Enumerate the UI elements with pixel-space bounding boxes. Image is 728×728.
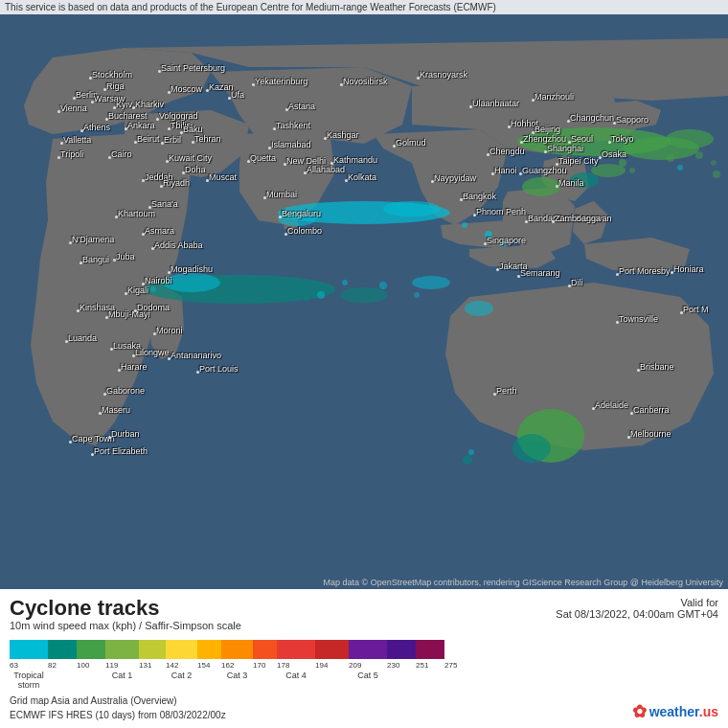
svg-point-7 bbox=[570, 172, 599, 188]
color-block bbox=[197, 640, 221, 659]
map-svg bbox=[0, 0, 728, 589]
color-category bbox=[77, 671, 105, 690]
color-block bbox=[277, 640, 315, 659]
color-row bbox=[10, 640, 457, 659]
legend-title: Cyclone tracks bbox=[10, 597, 241, 620]
svg-point-17 bbox=[500, 241, 506, 247]
color-number: 100 bbox=[77, 661, 105, 670]
notice-bar: This service is based on data and produc… bbox=[0, 0, 728, 14]
svg-point-13 bbox=[465, 301, 493, 316]
svg-point-15 bbox=[512, 434, 551, 463]
svg-point-33 bbox=[414, 292, 420, 298]
svg-point-11 bbox=[340, 287, 388, 303]
notice-text: This service is based on data and produc… bbox=[5, 2, 496, 12]
color-block bbox=[139, 640, 166, 659]
color-block bbox=[315, 640, 349, 659]
color-number: 119 bbox=[105, 661, 139, 670]
footer-info: Grid map Asia and Australia (Overview) E… bbox=[10, 694, 226, 722]
color-number: 209 bbox=[349, 661, 387, 670]
color-block bbox=[221, 640, 253, 659]
color-category bbox=[48, 671, 77, 690]
valid-date: Sat 08/13/2022, 04:00am GMT+04 bbox=[556, 608, 718, 620]
color-category: Cat 1 bbox=[105, 671, 139, 690]
color-category bbox=[253, 671, 277, 690]
color-number: 63 bbox=[10, 661, 48, 670]
color-category bbox=[387, 671, 416, 690]
color-number: 142 bbox=[166, 661, 197, 670]
legend-subtitle: 10m wind speed max (kph) / Saffir-Simpso… bbox=[10, 620, 241, 631]
svg-point-31 bbox=[304, 296, 309, 302]
svg-point-19 bbox=[317, 291, 325, 299]
color-category: Cat 3 bbox=[221, 671, 253, 690]
color-number: 230 bbox=[387, 661, 416, 670]
svg-point-30 bbox=[150, 286, 156, 292]
label-row: 6382100119131142154162170178194209230251… bbox=[10, 661, 457, 670]
color-block bbox=[416, 640, 444, 659]
color-category: Cat 4 bbox=[277, 671, 315, 690]
color-category: Cat 2 bbox=[166, 671, 197, 690]
color-number: 131 bbox=[139, 661, 166, 670]
color-category bbox=[197, 671, 221, 690]
svg-point-23 bbox=[619, 159, 626, 167]
valid-for-block: Valid for Sat 08/13/2022, 04:00am GMT+04 bbox=[556, 597, 718, 620]
color-category bbox=[416, 671, 444, 690]
footer-row: Grid map Asia and Australia (Overview) E… bbox=[10, 694, 718, 722]
weather-logo: ✿ weather.us bbox=[632, 701, 718, 722]
svg-point-16 bbox=[485, 231, 492, 239]
color-block bbox=[77, 640, 105, 659]
svg-point-10 bbox=[163, 273, 220, 292]
category-row: Tropical stormCat 1Cat 2Cat 3Cat 4Cat 5 bbox=[10, 671, 457, 690]
logo-icon: ✿ bbox=[632, 701, 647, 722]
svg-point-26 bbox=[677, 165, 683, 171]
color-number: 170 bbox=[253, 661, 277, 670]
footer-line2: ECMWF IFS HRES (10 days) from 08/03/2022… bbox=[10, 708, 226, 722]
color-block bbox=[105, 640, 139, 659]
svg-point-29 bbox=[713, 171, 720, 178]
svg-point-24 bbox=[629, 168, 635, 173]
color-block bbox=[387, 640, 416, 659]
svg-point-1 bbox=[278, 211, 316, 226]
logo-text: weather.us bbox=[649, 704, 718, 719]
color-bar: 6382100119131142154162170178194209230251… bbox=[10, 640, 718, 690]
color-number: 82 bbox=[48, 661, 77, 670]
map-container: This service is based on data and produc… bbox=[0, 0, 728, 589]
color-block bbox=[253, 640, 277, 659]
color-number: 251 bbox=[416, 661, 444, 670]
color-category bbox=[139, 671, 166, 690]
color-category: Cat 5 bbox=[349, 671, 387, 690]
color-block bbox=[349, 640, 387, 659]
svg-point-2 bbox=[383, 201, 441, 216]
color-number: 154 bbox=[197, 661, 221, 670]
svg-point-32 bbox=[379, 282, 387, 289]
svg-point-25 bbox=[667, 154, 674, 162]
svg-point-28 bbox=[711, 160, 717, 166]
color-number: 178 bbox=[277, 661, 315, 670]
valid-label: Valid for bbox=[556, 597, 718, 608]
svg-point-27 bbox=[695, 151, 703, 159]
color-category: Tropical storm bbox=[10, 671, 48, 690]
svg-point-18 bbox=[462, 222, 467, 228]
color-number: 194 bbox=[315, 661, 349, 670]
map-credit: Map data © OpenStreetMap contributors, r… bbox=[324, 578, 723, 587]
svg-point-21 bbox=[463, 455, 472, 465]
color-number: 162 bbox=[221, 661, 253, 670]
svg-point-5 bbox=[666, 129, 714, 148]
svg-point-22 bbox=[468, 449, 474, 455]
color-category bbox=[315, 671, 349, 690]
legend-area: Cyclone tracks 10m wind speed max (kph) … bbox=[0, 589, 728, 728]
svg-point-6 bbox=[522, 177, 560, 196]
color-block bbox=[48, 640, 77, 659]
color-block bbox=[10, 640, 48, 659]
svg-point-12 bbox=[412, 276, 450, 289]
color-scale-wrapper: 6382100119131142154162170178194209230251… bbox=[10, 640, 457, 690]
color-block bbox=[166, 640, 197, 659]
footer-line1: Grid map Asia and Australia (Overview) bbox=[10, 694, 226, 708]
svg-point-20 bbox=[342, 280, 348, 285]
